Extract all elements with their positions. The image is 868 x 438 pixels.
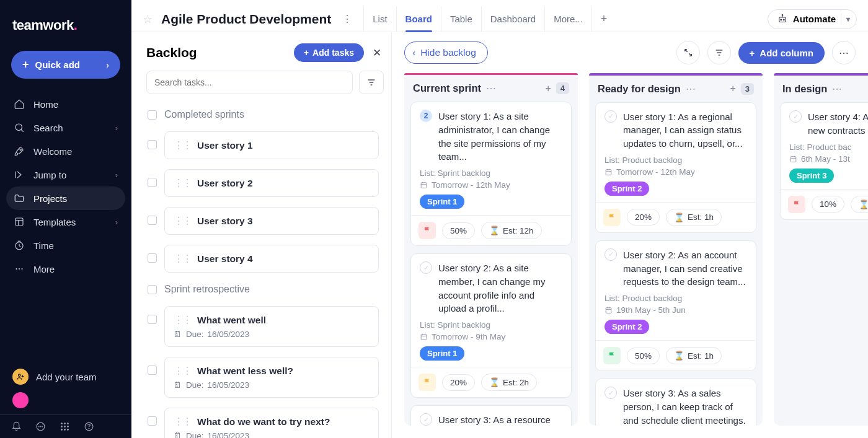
drag-icon[interactable]: ⋮⋮ [174, 416, 191, 427]
backlog-item: ⋮⋮What went less well? 🗓Due: 16/05/2023 [146, 352, 380, 403]
svg-point-20 [42, 426, 43, 427]
column-menu-icon[interactable]: ⋯ [832, 83, 842, 95]
card-text: User story 3: As a sales person, I can k… [623, 387, 747, 426]
column-add-icon[interactable]: + [730, 83, 735, 94]
card-text: User story 3: As a resource manager, I c… [438, 413, 562, 426]
add-column-button[interactable]: + Add column [738, 42, 825, 64]
checkbox[interactable] [148, 216, 157, 225]
column-menu-icon[interactable]: ⋯ [686, 83, 696, 95]
help-icon[interactable] [84, 421, 94, 432]
board-card[interactable]: ✓User story 1: As a regional manager, I … [595, 102, 756, 233]
hide-backlog-button[interactable]: ‹ Hide backlog [404, 42, 488, 64]
filter-button[interactable] [359, 71, 384, 94]
sidebar-item-projects[interactable]: Projects [6, 186, 125, 210]
close-icon[interactable]: ✕ [370, 44, 384, 62]
flag-icon[interactable] [788, 196, 805, 213]
check-circle-icon[interactable]: ✓ [789, 110, 802, 123]
tab-more[interactable]: More... [544, 6, 591, 32]
add-tasks-label: Add tasks [312, 48, 354, 58]
expand-button[interactable] [676, 41, 700, 64]
check-circle-icon[interactable]: ✓ [420, 413, 432, 426]
backlog-group-header[interactable]: Sprint retrospective [146, 278, 380, 301]
backlog-item: ⋮⋮User story 4 [146, 240, 380, 278]
flag-icon[interactable] [603, 209, 621, 226]
sidebar-item-time[interactable]: Time [6, 234, 125, 257]
column-menu-icon[interactable]: ⋯ [486, 82, 496, 94]
sidebar-item-more[interactable]: More [6, 257, 125, 281]
checkbox[interactable] [148, 253, 157, 263]
column-add-icon[interactable]: + [545, 83, 551, 94]
board-card[interactable]: 2User story 1: As a site administrator, … [410, 102, 572, 246]
sidebar-item-home[interactable]: Home [6, 92, 125, 116]
check-circle-icon[interactable]: ✓ [604, 387, 617, 399]
chat-icon[interactable] [35, 421, 46, 432]
user-row[interactable] [0, 391, 131, 414]
add-tasks-button[interactable]: + Add tasks [294, 43, 364, 62]
search-icon [14, 122, 25, 133]
due-date: 16/05/2023 [208, 330, 250, 339]
check-circle-icon[interactable]: ✓ [604, 110, 617, 123]
tab-dashboard[interactable]: Dashboard [481, 6, 544, 32]
backlog-card[interactable]: ⋮⋮What do we want to try next? 🗓Due: 16/… [164, 408, 379, 438]
automate-button[interactable]: Automate ▾ [768, 9, 857, 29]
hide-backlog-label: Hide backlog [420, 47, 476, 58]
board-card[interactable]: ✓User story 2: As a site member, I can c… [410, 253, 572, 398]
backlog-card[interactable]: ⋮⋮What went well 🗓Due: 16/05/2023 [164, 306, 379, 347]
bell-icon[interactable] [11, 421, 22, 432]
sidebar-item-jump-to[interactable]: Jump to› [6, 163, 125, 186]
check-circle-icon[interactable]: ✓ [420, 261, 432, 274]
board-card[interactable]: ✓User story 4: A I can send new contract… [780, 102, 868, 220]
board-column: Ready for design ⋯ + 3 ✓User story 1: As… [589, 73, 763, 426]
flag-icon[interactable] [418, 222, 436, 239]
sidebar-item-templates[interactable]: Templates› [6, 210, 125, 234]
checkbox[interactable] [148, 178, 157, 187]
backlog-card[interactable]: ⋮⋮User story 2 [164, 169, 379, 197]
backlog-card[interactable]: ⋮⋮User story 4 [164, 245, 379, 273]
calendar-icon [604, 306, 613, 314]
checkbox[interactable] [148, 110, 157, 120]
svg-point-26 [67, 426, 69, 427]
board-card[interactable]: ✓User story 3: As a resource manager, I … [410, 405, 572, 426]
drag-icon[interactable]: ⋮⋮ [174, 253, 191, 265]
drag-icon[interactable]: ⋮⋮ [174, 215, 191, 227]
checkbox[interactable] [148, 416, 157, 426]
backlog-item: ⋮⋮User story 2 [146, 164, 380, 202]
drag-icon[interactable]: ⋮⋮ [174, 177, 191, 189]
board-more-button[interactable]: ⋯ [832, 41, 856, 64]
checkbox[interactable] [148, 315, 157, 324]
user-avatar-icon [12, 392, 29, 408]
drag-icon[interactable]: ⋮⋮ [174, 314, 191, 326]
quick-add-button[interactable]: + Quick add › [11, 51, 120, 79]
star-icon[interactable]: ☆ [143, 12, 153, 26]
jump-icon [14, 169, 25, 180]
hourglass-icon: ⌛ [674, 212, 684, 222]
backlog-card[interactable]: ⋮⋮User story 1 [164, 131, 379, 159]
backlog-group-header[interactable]: Completed sprints [146, 103, 380, 126]
board-card[interactable]: ✓User story 2: As an account manager, I … [595, 240, 756, 371]
checkbox[interactable] [148, 285, 157, 294]
flag-icon[interactable] [603, 347, 621, 364]
sidebar-item-search[interactable]: Search› [6, 116, 125, 139]
backlog-card[interactable]: ⋮⋮User story 3 [164, 207, 379, 235]
flag-icon[interactable] [418, 374, 436, 391]
tab-table[interactable]: Table [441, 6, 481, 32]
checkbox[interactable] [148, 366, 157, 375]
sidebar-item-welcome[interactable]: Welcome [6, 139, 125, 163]
board-filter-button[interactable] [707, 41, 731, 64]
drag-icon[interactable]: ⋮⋮ [174, 365, 191, 377]
backlog-list[interactable]: Completed sprints ⋮⋮User story 1 ⋮⋮User … [146, 103, 384, 438]
search-input[interactable] [146, 71, 353, 94]
board-card[interactable]: ✓User story 3: As a sales person, I can … [595, 379, 756, 426]
checkbox[interactable] [148, 140, 157, 149]
progress-pill: 50% [627, 348, 660, 364]
title-menu-icon[interactable]: ⋮ [340, 13, 355, 25]
card-footer: 20% ⌛Est: 1h [596, 202, 756, 232]
tab-list[interactable]: List [363, 6, 396, 32]
check-circle-icon[interactable]: ✓ [604, 248, 617, 261]
add-team-row[interactable]: Add your team [0, 362, 131, 391]
drag-icon[interactable]: ⋮⋮ [174, 139, 191, 151]
grid-icon[interactable] [60, 421, 70, 432]
tab-board[interactable]: Board [396, 6, 441, 32]
add-tab-button[interactable]: + [591, 6, 616, 32]
backlog-card[interactable]: ⋮⋮What went less well? 🗓Due: 16/05/2023 [164, 357, 379, 398]
